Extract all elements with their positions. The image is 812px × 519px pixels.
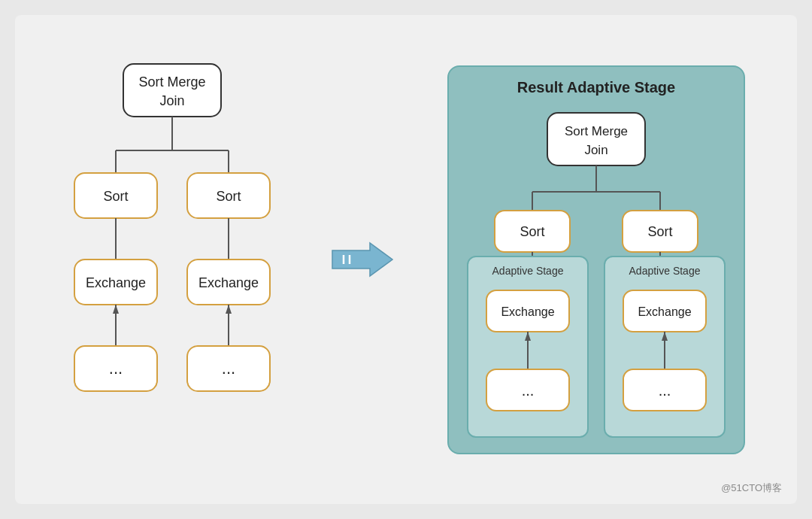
result-stage-title: Result Adaptive Stage bbox=[517, 79, 675, 96]
svg-text:Exchange: Exchange bbox=[638, 305, 691, 318]
left-adaptive-tree: Exchange ... bbox=[479, 283, 577, 426]
right-adaptive-stage: Adaptive Stage Exchange ... bbox=[604, 256, 726, 438]
svg-text:Sort: Sort bbox=[216, 189, 241, 204]
right-adaptive-stage-title: Adaptive Stage bbox=[629, 265, 701, 277]
svg-text:Sort Merge: Sort Merge bbox=[138, 74, 205, 90]
left-adaptive-stage-title: Adaptive Stage bbox=[492, 265, 564, 277]
svg-marker-26 bbox=[332, 243, 392, 276]
direction-arrow bbox=[329, 237, 396, 282]
adaptive-branches-container: Adaptive Stage Exchange ... bbox=[467, 256, 726, 438]
svg-text:Exchange: Exchange bbox=[501, 305, 554, 318]
left-tree-diagram: Sort Merge Join Sort Sort Exchange Excha… bbox=[67, 41, 277, 478]
left-adaptive-stage: Adaptive Stage Exchange ... bbox=[467, 256, 589, 438]
watermark: @51CTO博客 bbox=[721, 481, 782, 495]
right-adaptive-tree: Exchange ... bbox=[616, 283, 714, 426]
svg-text:...: ... bbox=[522, 382, 535, 399]
svg-text:Sort: Sort bbox=[103, 189, 128, 204]
svg-text:Join: Join bbox=[584, 143, 607, 157]
svg-text:...: ... bbox=[659, 382, 671, 399]
result-adaptive-stage: Result Adaptive Stage Sort Merge Join So… bbox=[447, 65, 745, 454]
svg-rect-29 bbox=[547, 113, 645, 165]
svg-rect-0 bbox=[123, 64, 221, 117]
svg-marker-45 bbox=[525, 332, 531, 341]
svg-marker-51 bbox=[662, 332, 668, 341]
svg-text:Exchange: Exchange bbox=[86, 275, 146, 290]
main-container: Sort Merge Join Sort Sort Exchange Excha… bbox=[15, 15, 797, 504]
right-top-tree: Sort Merge Join Sort Sort bbox=[476, 105, 717, 256]
svg-marker-18 bbox=[113, 305, 119, 314]
svg-text:Join: Join bbox=[159, 93, 184, 108]
svg-text:Exchange: Exchange bbox=[198, 275, 259, 290]
svg-text:Sort Merge: Sort Merge bbox=[565, 124, 628, 138]
svg-text:Sort: Sort bbox=[520, 224, 544, 239]
svg-text:...: ... bbox=[222, 359, 235, 378]
svg-text:Sort: Sort bbox=[647, 224, 672, 239]
svg-text:...: ... bbox=[109, 359, 123, 378]
svg-marker-20 bbox=[226, 305, 232, 314]
arrow-container bbox=[329, 237, 396, 282]
right-panel: Result Adaptive Stage Sort Merge Join So… bbox=[447, 65, 745, 454]
